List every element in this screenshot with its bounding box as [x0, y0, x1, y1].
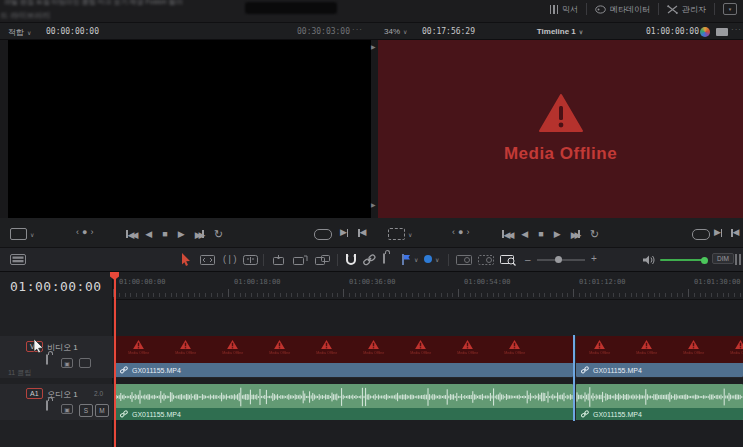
source-jog-control[interactable]: ‹●› — [76, 227, 96, 237]
zoom-out-button[interactable]: – — [525, 254, 531, 265]
offline-warning-icon: Media Offline — [670, 340, 717, 355]
meters-toggle-icon[interactable] — [735, 254, 741, 265]
replace-clip-button[interactable] — [315, 255, 330, 265]
link-clips-button[interactable] — [363, 254, 376, 266]
track-enable-icon[interactable] — [79, 358, 91, 368]
timeline-toolbar: (❘) ∨ ∨ — [0, 248, 743, 272]
source-viewer[interactable] — [8, 40, 371, 218]
display-icon[interactable] — [716, 28, 728, 36]
zoom-in-button[interactable]: + — [591, 253, 597, 264]
monitor-volume-slider[interactable] — [660, 259, 706, 261]
tl-loop-button[interactable]: ↻ — [590, 228, 599, 241]
audio-clip-1[interactable]: GX011155.MP4 — [115, 384, 573, 420]
mixer-icon — [550, 5, 559, 14]
timeline-name-select[interactable]: Timeline 1∨ — [505, 27, 615, 36]
track-lock-icon[interactable] — [46, 355, 48, 364]
divider-arrow-icon[interactable]: ▶ — [371, 201, 376, 208]
source-options-button[interactable]: ··· — [352, 25, 363, 34]
media-offline-label: Media Offline — [504, 144, 617, 164]
snapping-magnet-button[interactable] — [345, 253, 357, 266]
stop-button[interactable]: ■ — [162, 230, 167, 239]
source-match-frame-next[interactable]: ▶ — [340, 228, 348, 237]
source-duration: 00:30:03:00 — [297, 27, 350, 36]
clip-name-bar: GX011155.MP4 — [576, 408, 743, 420]
chevron-down-icon: ∨ — [435, 256, 439, 263]
timeline-viewer-media-offline[interactable]: Media Offline — [378, 40, 743, 218]
track-lock-icon[interactable] — [46, 401, 48, 410]
timeline-jog-control[interactable]: ‹●› — [452, 227, 472, 237]
source-fit-select[interactable]: 적합∨ — [8, 27, 31, 38]
timeline-ruler[interactable]: 01:00:00:0001:00:18:0001:00:36:0001:00:5… — [113, 272, 743, 300]
timeline-view-options-button[interactable] — [10, 254, 26, 265]
overwrite-clip-button[interactable] — [293, 255, 308, 265]
metadata-button[interactable]: 메타데이터 — [595, 4, 650, 15]
source-display-mode-button[interactable]: ∨ — [10, 228, 34, 240]
dynamic-trim-button[interactable]: (❘) — [223, 254, 237, 264]
mouse-cursor — [33, 339, 44, 353]
tl-step-back-button[interactable]: ◀ — [521, 230, 528, 239]
offline-warning-icon: Media Offline — [491, 340, 538, 355]
loop-button[interactable]: ↻ — [214, 228, 223, 241]
zoom-slider[interactable] — [537, 259, 585, 261]
audio-clip-2[interactable]: GX011155.MP4 — [576, 384, 743, 420]
audio-track-header[interactable]: A1 오디오 1 2.0 ▣ S M — [0, 384, 113, 420]
ruler-label: 01:00:54:00 — [464, 278, 510, 286]
inspector-button[interactable]: 관리자 — [667, 4, 706, 15]
track-badge-a1[interactable]: A1 — [26, 388, 43, 399]
tl-match-frame-prev[interactable]: ◀ — [731, 228, 739, 237]
warning-triangle-icon — [539, 94, 583, 132]
razor-tool-button[interactable] — [243, 255, 258, 265]
insert-clip-button[interactable] — [271, 255, 286, 265]
speaker-icon[interactable] — [643, 255, 655, 265]
sound-library-button[interactable]: 드 라이브러리 — [0, 10, 50, 21]
mixer-button[interactable]: 믹서 — [550, 4, 579, 15]
video-clip-2[interactable]: Media OfflineMedia OfflineMedia OfflineM… — [576, 336, 743, 377]
timeline-zoom-select[interactable]: 34%∨ — [384, 27, 407, 36]
dim-button[interactable]: DIM — [712, 253, 734, 264]
panel-toggle-icon[interactable]: ▾ — [723, 3, 737, 15]
position-lock-icon[interactable] — [383, 254, 385, 263]
tl-play-button[interactable]: ▶ — [554, 230, 561, 239]
tl-go-to-start-button[interactable]: ◀◀ — [502, 230, 511, 240]
tl-loop-range-icon[interactable] — [692, 229, 710, 240]
timeline-end-timecode: 01:00:00:00 — [646, 27, 699, 36]
playhead[interactable] — [114, 272, 116, 447]
marker-button[interactable]: ∨ — [424, 255, 439, 263]
offline-warning-icon: Media Offline — [162, 340, 209, 355]
source-timecode[interactable]: 00:00:00:00 — [46, 27, 99, 36]
menu-bar[interactable]: 파일 편집 트림 타임라인 클립 마크 보기 재생 Fusion 컬러 — [4, 0, 183, 7]
source-match-frame-prev[interactable]: ◀ — [358, 228, 366, 237]
offline-warning-icon: Media Offline — [350, 340, 397, 355]
mute-button[interactable]: M — [95, 404, 109, 417]
selection-tool-button[interactable] — [181, 253, 191, 266]
timeline-options-button[interactable]: ··· — [731, 25, 742, 34]
trim-edit-mode-button[interactable] — [200, 255, 215, 265]
video-clip-1[interactable]: Media OfflineMedia OfflineMedia OfflineM… — [115, 336, 573, 377]
timeline-master-timecode[interactable]: 01:00:00:00 — [10, 279, 102, 294]
auto-select-icon[interactable]: ▣ — [61, 358, 73, 368]
tl-stop-button[interactable]: ■ — [538, 230, 543, 239]
offline-warning-icon: Media Offline — [115, 340, 162, 355]
tl-match-frame-next[interactable]: ▶ — [714, 228, 722, 237]
auto-select-icon[interactable]: ▣ — [61, 404, 73, 414]
color-page-icon[interactable] — [700, 27, 710, 37]
tl-go-to-end-button[interactable]: ▶▶ — [571, 230, 580, 240]
edit-point-indicator[interactable] — [573, 335, 575, 421]
go-to-end-button[interactable]: ▶▶ — [195, 230, 204, 240]
flag-button[interactable]: ∨ — [402, 254, 418, 265]
timeline-display-mode-button[interactable]: ∨ — [388, 228, 412, 240]
step-back-button[interactable]: ◀ — [145, 230, 152, 239]
custom-zoom-button[interactable] — [500, 255, 516, 266]
detail-zoom-button[interactable] — [478, 255, 494, 265]
chevron-down-icon: ∨ — [579, 29, 583, 35]
separator — [263, 254, 264, 266]
shuffle-icon — [667, 5, 678, 14]
divider-arrow-icon[interactable]: ▶ — [371, 43, 376, 50]
offline-warning-icon: Media Offline — [256, 340, 303, 355]
solo-button[interactable]: S — [79, 404, 93, 417]
full-extent-zoom-button[interactable] — [456, 255, 472, 265]
play-button[interactable]: ▶ — [178, 230, 185, 239]
timeline-timecode[interactable]: 00:17:56:29 — [422, 27, 475, 36]
source-loop-range-icon[interactable] — [314, 229, 332, 240]
go-to-start-button[interactable]: ◀◀ — [126, 230, 135, 240]
